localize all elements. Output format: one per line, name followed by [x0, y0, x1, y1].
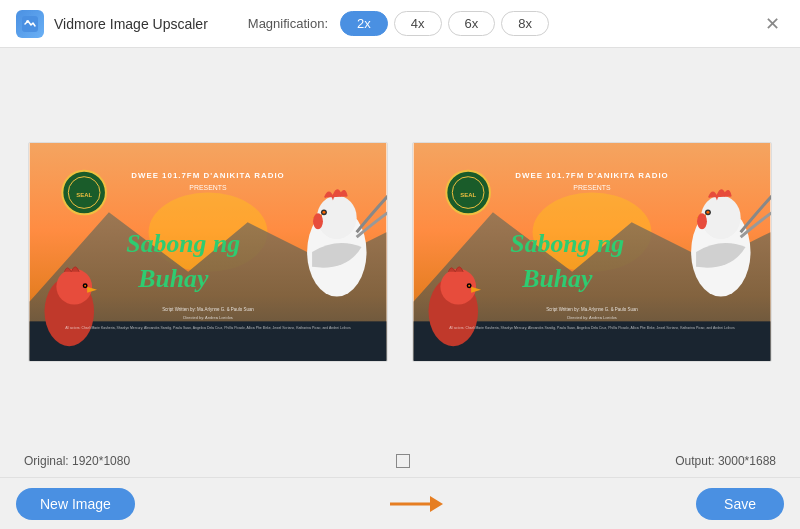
- svg-point-33: [697, 213, 707, 229]
- arrow-right-icon: [385, 488, 445, 520]
- svg-text:SEAL: SEAL: [76, 191, 92, 197]
- svg-text:Sabong ng: Sabong ng: [510, 229, 624, 258]
- svg-text:All actors: Charli Marie Kashe: All actors: Charli Marie Kasheria, Shanl…: [65, 326, 351, 330]
- mag-2x-button[interactable]: 2x: [340, 11, 388, 36]
- new-image-button[interactable]: New Image: [16, 488, 135, 520]
- svg-point-14: [84, 284, 86, 286]
- status-bar: Original: 1920*1080 Output: 3000*1688: [0, 445, 800, 477]
- svg-point-30: [701, 195, 741, 239]
- main-area: SEAL DWEE 101.7FM D'ANIKITA RADIO PRESEN…: [0, 48, 800, 529]
- svg-marker-49: [430, 496, 443, 512]
- svg-text:SEAL: SEAL: [460, 191, 476, 197]
- original-dimensions: Original: 1920*1080: [24, 454, 130, 468]
- mag-4x-button[interactable]: 4x: [394, 11, 442, 36]
- svg-text:Buhay: Buhay: [521, 263, 593, 292]
- images-container: SEAL DWEE 101.7FM D'ANIKITA RADIO PRESEN…: [0, 48, 800, 445]
- svg-point-1: [26, 20, 29, 23]
- svg-point-9: [322, 210, 325, 213]
- output-dimensions: Output: 3000*1688: [675, 454, 776, 468]
- svg-text:Directed by: Andrea Loeidos: Directed by: Andrea Loeidos: [567, 315, 617, 320]
- app-title: Vidmore Image Upscaler: [54, 16, 208, 32]
- output-image-panel: SEAL DWEE 101.7FM D'ANIKITA RADIO PRESEN…: [412, 142, 772, 362]
- mag-6x-button[interactable]: 6x: [448, 11, 496, 36]
- svg-point-32: [706, 210, 709, 213]
- svg-point-7: [317, 195, 357, 239]
- svg-text:DWEE 101.7FM D'ANIKITA RADIO: DWEE 101.7FM D'ANIKITA RADIO: [515, 170, 669, 179]
- title-bar: Vidmore Image Upscaler Magnification: 2x…: [0, 0, 800, 48]
- svg-text:PRESENTS: PRESENTS: [573, 183, 611, 190]
- svg-text:PRESENTS: PRESENTS: [189, 183, 227, 190]
- magnification-label: Magnification:: [248, 16, 328, 31]
- bottom-bar: New Image Save: [0, 477, 800, 529]
- svg-text:Buhay: Buhay: [137, 263, 209, 292]
- svg-text:Sabong ng: Sabong ng: [126, 229, 240, 258]
- magnification-buttons: 2x 4x 6x 8x: [340, 11, 549, 36]
- svg-text:DWEE 101.7FM D'ANIKITA RADIO: DWEE 101.7FM D'ANIKITA RADIO: [131, 170, 284, 179]
- svg-text:Script Written by: Ma.Arlynne : Script Written by: Ma.Arlynne G. & Paulo…: [162, 307, 254, 312]
- original-image-panel: SEAL DWEE 101.7FM D'ANIKITA RADIO PRESEN…: [28, 142, 388, 362]
- compare-icon: [396, 454, 410, 468]
- svg-text:Directed by: Andrea Loeidos: Directed by: Andrea Loeidos: [183, 315, 233, 320]
- svg-text:All actors: Charli Marie Kashe: All actors: Charli Marie Kasheria, Shanl…: [449, 326, 735, 330]
- close-button[interactable]: ✕: [760, 12, 784, 36]
- app-logo: [16, 10, 44, 38]
- save-button[interactable]: Save: [696, 488, 784, 520]
- svg-text:Script Written by: Ma.Arlynne : Script Written by: Ma.Arlynne G. & Paulo…: [546, 307, 638, 312]
- mag-8x-button[interactable]: 8x: [501, 11, 549, 36]
- svg-point-10: [313, 213, 323, 229]
- svg-point-37: [468, 284, 470, 286]
